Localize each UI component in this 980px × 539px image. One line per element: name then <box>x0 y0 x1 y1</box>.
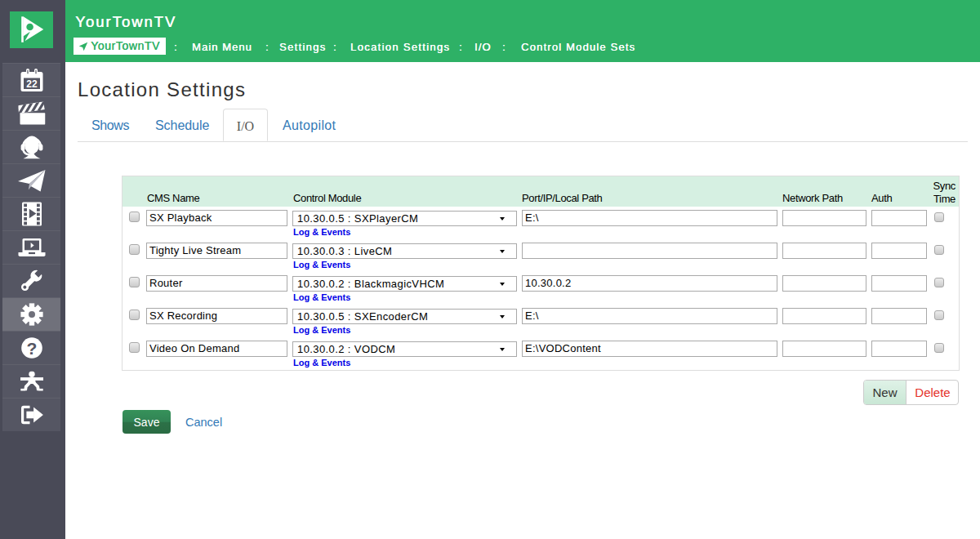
svg-text:?: ? <box>26 339 37 358</box>
svg-text:22: 22 <box>26 78 38 90</box>
